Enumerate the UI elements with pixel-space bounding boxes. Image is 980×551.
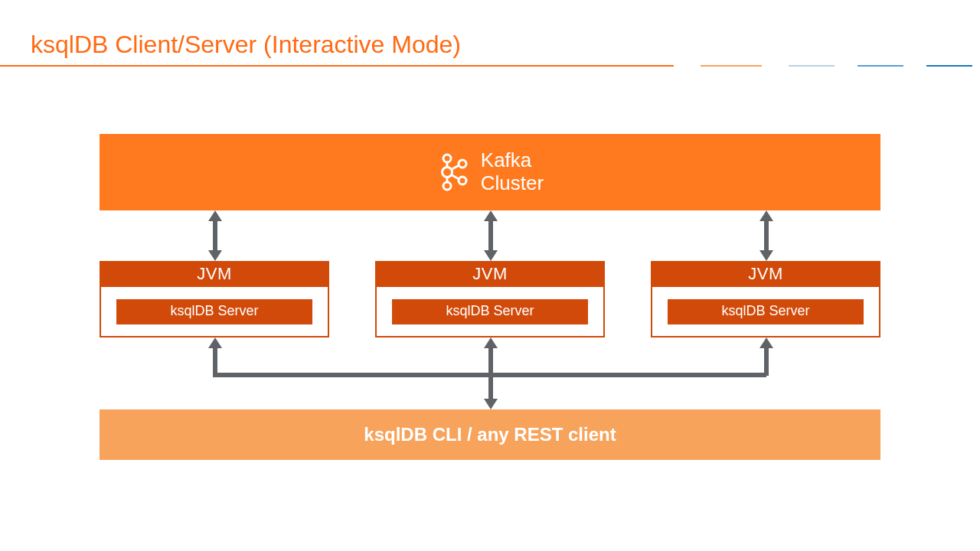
- rule-segment-3: [789, 65, 835, 67]
- kafka-label: Kafka Cluster: [481, 149, 544, 195]
- arrowhead-up-3: [760, 210, 773, 221]
- ksqldb-server-3: ksqlDB Server: [668, 299, 864, 324]
- arrow-bus-stub-3: [764, 347, 769, 376]
- jvm-box-3: JVM ksqlDB Server: [651, 261, 880, 337]
- arrow-bus-stub-2: [488, 347, 493, 376]
- svg-point-0: [443, 155, 451, 162]
- arrowhead-down-2: [484, 250, 498, 261]
- arrowhead-down-3: [760, 250, 773, 261]
- svg-point-1: [442, 168, 452, 178]
- arrow-kafka-jvm-1: [213, 220, 217, 252]
- arrow-bus-stub-1: [213, 347, 217, 376]
- arrowhead-bus-up-1: [208, 337, 222, 348]
- rule-segment-2: [701, 65, 762, 67]
- svg-line-8: [451, 175, 459, 180]
- rule-segment-5: [926, 65, 972, 67]
- rule-segment-main: [0, 65, 674, 67]
- arrowhead-up-1: [208, 210, 222, 221]
- kafka-label-line1: Kafka: [481, 149, 544, 172]
- kafka-icon: [436, 152, 470, 192]
- client-box: ksqlDB CLI / any REST client: [100, 409, 880, 460]
- jvm-head-2: JVM: [377, 262, 603, 287]
- arrowhead-down-1: [208, 250, 222, 261]
- arrow-kafka-jvm-2: [488, 220, 493, 252]
- arrowhead-bus-up-2: [484, 337, 498, 348]
- diagram-canvas: Kafka Cluster JVM ksqlDB Server JVM ksql…: [100, 134, 880, 501]
- arrowhead-up-2: [484, 210, 498, 221]
- svg-point-4: [459, 177, 466, 184]
- svg-point-3: [459, 160, 466, 168]
- jvm-box-1: JVM ksqlDB Server: [100, 261, 329, 337]
- arrow-bus-to-client: [488, 373, 493, 402]
- jvm-box-2: JVM ksqlDB Server: [375, 261, 605, 337]
- arrow-kafka-jvm-3: [764, 220, 769, 252]
- title-rule: [0, 65, 980, 68]
- ksqldb-server-1: ksqlDB Server: [116, 299, 312, 324]
- arrowhead-bus-down: [484, 399, 498, 409]
- svg-point-2: [443, 182, 451, 190]
- arrowhead-bus-up-3: [760, 337, 773, 348]
- kafka-cluster-box: Kafka Cluster: [100, 134, 880, 210]
- rule-segment-4: [858, 65, 903, 67]
- ksqldb-server-2: ksqlDB Server: [392, 299, 588, 324]
- kafka-label-line2: Cluster: [481, 172, 544, 195]
- jvm-head-3: JVM: [652, 262, 879, 287]
- slide-title: ksqlDB Client/Server (Interactive Mode): [31, 31, 461, 59]
- svg-line-7: [451, 165, 459, 170]
- jvm-head-1: JVM: [101, 262, 328, 287]
